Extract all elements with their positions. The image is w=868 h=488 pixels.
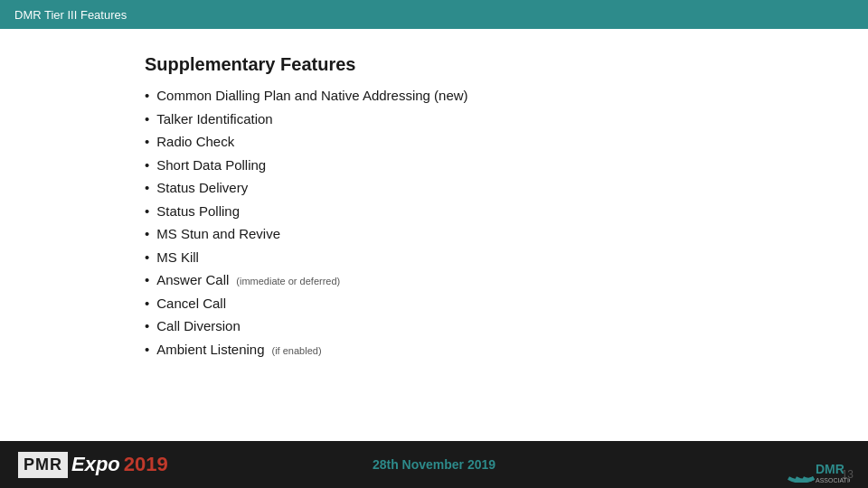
bullet-item-3: •Short Data Polling [145, 154, 868, 177]
expo-text: Expo [71, 453, 120, 476]
bullet-dot-5: • [145, 200, 149, 223]
bullet-text-8: Answer Call [156, 268, 229, 292]
pmr-text: PMR [18, 452, 68, 478]
bullet-text-4: Status Delivery [156, 176, 248, 200]
bullet-dot-7: • [145, 246, 149, 269]
bullet-item-5: •Status Polling [145, 200, 868, 223]
header-bar: DMR Tier III Features [0, 0, 868, 29]
bullet-text-3: Short Data Polling [156, 154, 266, 177]
bullet-text-10: Call Diversion [156, 314, 241, 338]
footer: PMR Expo 2019 28th November 2019 DMR ASS… [0, 441, 868, 488]
bullet-text-7: MS Kill [156, 246, 199, 269]
bullet-item-4: •Status Delivery [145, 176, 868, 200]
pmr-expo-logo: PMR Expo 2019 [18, 452, 168, 478]
bullet-dot-4: • [145, 176, 149, 200]
bullet-text-2: Radio Check [156, 130, 234, 154]
bullet-text-5: Status Polling [156, 200, 240, 223]
bullet-dot-8: • [145, 268, 149, 292]
bullet-item-10: •Call Diversion [145, 314, 868, 338]
bullet-item-8: •Answer Call (immediate or deferred) [145, 268, 868, 292]
bullet-dot-2: • [145, 130, 149, 154]
svg-text:DMR: DMR [816, 462, 844, 476]
year-text: 2019 [124, 453, 168, 476]
bullet-item-0: •Common Dialling Plan and Native Address… [145, 84, 868, 108]
bullet-item-9: •Cancel Call [145, 292, 868, 315]
bullet-dot-11: • [145, 338, 149, 361]
bullet-dot-10: • [145, 314, 149, 338]
bullet-item-6: •MS Stun and Revive [145, 222, 868, 246]
bullet-sub-8: (immediate or deferred) [236, 273, 340, 290]
bullet-dot-9: • [145, 292, 149, 315]
section-title: Supplementary Features [145, 54, 868, 75]
bullet-text-1: Talker Identification [156, 108, 272, 131]
dmr-logo-svg: DMR ASSOCIATION [778, 446, 850, 483]
header-title: DMR Tier III Features [14, 8, 127, 22]
bullet-text-0: Common Dialling Plan and Native Addressi… [156, 84, 467, 108]
bullet-item-7: •MS Kill [145, 246, 868, 269]
bullet-item-1: •Talker Identification [145, 108, 868, 131]
bullet-dot-0: • [145, 84, 149, 108]
bullet-dot-1: • [145, 108, 149, 131]
footer-date: 28th November 2019 [373, 457, 495, 472]
footer-right: DMR ASSOCIATION [778, 446, 850, 483]
bullet-dot-6: • [145, 222, 149, 246]
main-content: Supplementary Features •Common Dialling … [0, 29, 868, 361]
bullet-text-9: Cancel Call [156, 292, 226, 315]
bullet-text-6: MS Stun and Revive [156, 222, 280, 246]
bullet-item-11: •Ambient Listening (if enabled) [145, 338, 868, 361]
bullet-text-11: Ambient Listening [156, 338, 264, 361]
bullet-sub-11: (if enabled) [272, 343, 322, 360]
page-number: 13 [842, 468, 854, 481]
bullet-list: •Common Dialling Plan and Native Address… [145, 84, 868, 361]
bullet-dot-3: • [145, 154, 149, 177]
bullet-item-2: •Radio Check [145, 130, 868, 154]
